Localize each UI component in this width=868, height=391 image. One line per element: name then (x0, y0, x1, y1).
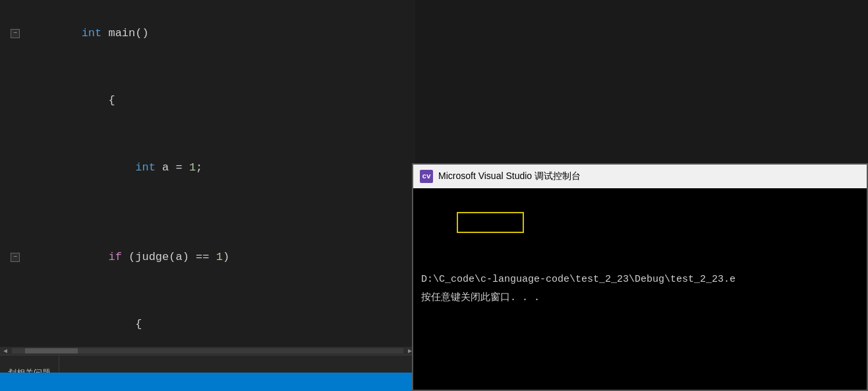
line-content-6: { (25, 291, 142, 336)
console-highlighted-text: 小端字节序 (457, 212, 524, 233)
token: int (135, 161, 156, 174)
gutter-5[interactable]: − (5, 253, 25, 262)
scrollbar-thumb[interactable] (25, 348, 78, 353)
token: if (108, 251, 121, 263)
token: int (82, 27, 102, 39)
console-body: 小端字节序 D:\C_code\c-language-code\test_2_2… (413, 188, 867, 390)
line-5: − if (judge(a) == 1) (0, 224, 415, 291)
line-2: { (0, 67, 415, 134)
token: { (82, 318, 142, 330)
line-content-2: { (25, 67, 115, 134)
code-editor: − int main() { int a = 1; (0, 0, 415, 336)
console-title: Microsoft Visual Studio 调试控制台 (438, 170, 581, 182)
line-1: − int main() (0, 0, 415, 67)
code-lines: − int main() { int a = 1; (0, 0, 415, 336)
token (82, 251, 109, 263)
collapse-btn-1[interactable]: − (11, 29, 20, 38)
token: { (82, 94, 115, 107)
console-panel: cv Microsoft Visual Studio 调试控制台 小端字节序 D… (412, 163, 868, 391)
token (82, 161, 136, 174)
horizontal-scrollbar[interactable]: ◀ ▶ (0, 347, 415, 355)
console-titlebar: cv Microsoft Visual Studio 调试控制台 (413, 165, 867, 188)
token: ) (223, 251, 229, 263)
line-content-1: int main() (25, 0, 149, 67)
token: a = (156, 161, 189, 174)
console-output-path (421, 252, 859, 271)
console-app-icon: cv (420, 170, 433, 183)
scroll-left-arrow[interactable]: ◀ (0, 347, 11, 355)
console-output-highlight-line: 小端字节序 (421, 194, 859, 252)
token: main() (101, 27, 148, 39)
line-content-5: if (judge(a) == 1) (25, 224, 229, 291)
token: 1 (216, 251, 223, 263)
collapse-btn-5[interactable]: − (11, 253, 20, 262)
token: 1 (189, 161, 196, 174)
gutter-1[interactable]: − (5, 29, 25, 38)
line-content-4 (25, 201, 34, 224)
line-6: { (0, 291, 415, 336)
console-output-path-text: D:\C_code\c-language-code\test_2_23\Debu… (421, 271, 859, 289)
console-icon-text: cv (422, 172, 430, 180)
right-dark-top (415, 0, 868, 163)
token: ; (196, 161, 202, 174)
token: (judge(a) == (122, 251, 216, 263)
console-output-prompt: 按任意键关闭此窗口. . . (421, 289, 859, 307)
line-content-3: int a = 1; (25, 134, 202, 201)
line-3: int a = 1; (0, 134, 415, 201)
scrollbar-track[interactable] (12, 348, 403, 353)
line-4 (0, 201, 415, 224)
